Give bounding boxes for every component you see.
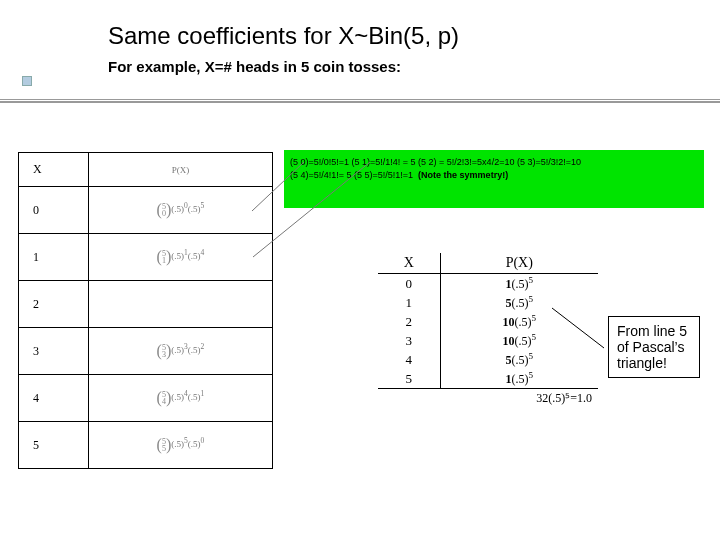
green-line2: (5 4)=5!/4!1!= 5 (5 5)=5!/5!1!=1 xyxy=(290,170,413,180)
cell-px: (51)(.5)1(.5)4 xyxy=(88,234,272,281)
cell-px: (50)(.5)0(.5)5 xyxy=(88,187,272,234)
cell-px: (55)(.5)5(.5)0 xyxy=(88,422,272,469)
cell-x: 0 xyxy=(19,187,89,234)
cell-x: 5 xyxy=(19,422,89,469)
pascal-note: From line 5 of Pascal’s triangle! xyxy=(608,316,700,378)
rx: 1 xyxy=(378,293,440,312)
cell-px: (54)(.5)4(.5)1 xyxy=(88,375,272,422)
left-prob-table: X P(X) 0(50)(.5)0(.5)5 1(51)(.5)1(.5)4 2… xyxy=(18,152,273,469)
rpx: 10(.5)5 xyxy=(440,331,598,350)
page-subtitle: For example, X=# heads in 5 coin tosses: xyxy=(108,58,720,75)
cell-x: 1 xyxy=(19,234,89,281)
th-x: X xyxy=(19,153,89,187)
cell-px xyxy=(88,281,272,328)
rpx: 10(.5)5 xyxy=(440,312,598,331)
rsum: 32(.5)⁵=1.0 xyxy=(440,389,598,408)
green-note: (Note the symmetry!) xyxy=(418,170,508,180)
rpx: 5(.5)5 xyxy=(440,293,598,312)
th-px: P(X) xyxy=(88,153,272,187)
rth-px: P(X) xyxy=(440,253,598,274)
rx: 4 xyxy=(378,350,440,369)
cell-px: (53)(.5)3(.5)2 xyxy=(88,328,272,375)
rpx: 1(.5)5 xyxy=(440,274,598,294)
cell-x: 3 xyxy=(19,328,89,375)
green-derivation-box: (5 0)=5!/0!5!=1 (5 1)=5!/1!4! = 5 (5 2) … xyxy=(284,150,704,208)
rx: 3 xyxy=(378,331,440,350)
cell-x: 4 xyxy=(19,375,89,422)
rth-x: X xyxy=(378,253,440,274)
rx: 0 xyxy=(378,274,440,294)
right-summary-table: X P(X) 01(.5)5 15(.5)5 210(.5)5 310(.5)5… xyxy=(378,253,598,407)
green-line1: (5 0)=5!/0!5!=1 (5 1)=5!/1!4! = 5 (5 2) … xyxy=(290,157,581,167)
rx: 5 xyxy=(378,369,440,389)
bullet-icon xyxy=(22,76,32,86)
rpx: 5(.5)5 xyxy=(440,350,598,369)
page-title: Same coefficients for X~Bin(5, p) xyxy=(108,22,720,50)
rx: 2 xyxy=(378,312,440,331)
cell-x: 2 xyxy=(19,281,89,328)
rsum-blank xyxy=(378,389,440,408)
rpx: 1(.5)5 xyxy=(440,369,598,389)
title-underline xyxy=(0,99,720,103)
